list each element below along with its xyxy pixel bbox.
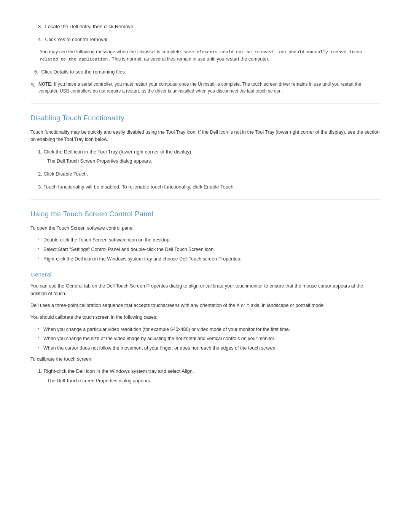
disabling-intro: Touch functionality may be quickly and e… [30, 129, 381, 144]
control-panel-intro: To open the Touch Screen software contro… [30, 225, 381, 232]
step-5: 5. Click Details to see the remaining fi… [30, 68, 381, 76]
calibrate-intro: To calibrate the touch screen: [30, 356, 381, 363]
uninstall-suffix: This is normal, as several files remain … [110, 56, 269, 62]
cal-step-1-sub: The Dell Touch screen Properties dialog … [47, 377, 381, 385]
disabling-step-2: 2. Click Disable Touch. [34, 170, 381, 178]
step-main: Touch functionality will be disabled. To… [43, 184, 235, 190]
step-main: Click the Dell icon in the Tool Tray (lo… [43, 149, 194, 155]
general-para-1: You can use the General tab on the Dell … [30, 283, 381, 297]
note-icon: ✎ [30, 81, 35, 94]
cp-bullet-3: Right-click the Dell icon in the Windows… [38, 256, 381, 263]
divider-2 [30, 200, 381, 200]
step-num: 1. [38, 149, 42, 155]
step-main: Click Disable Touch. [43, 171, 88, 177]
step-3: 3. Locate the Dell entry, then click Rem… [34, 23, 381, 30]
step-4-text: Click Yes to confirm removal. [45, 37, 108, 42]
cp-bullet-1: Double-click the Touch Screen software i… [38, 236, 381, 244]
general-para-2: Dell uses a three-point calibration sequ… [30, 302, 381, 309]
step-num: 3. [38, 184, 42, 190]
control-panel-section: Using the Touch Screen Control Panel To … [30, 209, 381, 263]
cal-bullet-3: When the cursor does not follow the move… [38, 345, 381, 352]
control-panel-title: Using the Touch Screen Control Panel [30, 209, 381, 219]
disabling-title: Disabling Touch Functionality [30, 113, 381, 123]
note-content: NOTE: If you have a serial controller, y… [38, 81, 381, 94]
cal-bullet-2: When you change the size of the video im… [38, 335, 381, 342]
general-para-3: You should calibrate the touch screen in… [30, 314, 381, 321]
step-num: 2. [38, 171, 42, 177]
note-label: NOTE: [38, 81, 53, 87]
cal-step-1: 1. Right-click the Dell icon in the Wind… [34, 367, 381, 384]
cal-step-num: 1. [38, 368, 42, 374]
step-5-num: 5. [34, 69, 38, 75]
disabling-step-1: 1. Click the Dell icon in the Tool Tray … [34, 148, 381, 165]
general-title: General [30, 270, 381, 279]
step-4-num: 4. [38, 37, 42, 42]
cal-bullet-1: When you change a particular video resol… [38, 326, 381, 333]
step-4: 4. Click Yes to confirm removal. [34, 36, 381, 43]
disabling-step-1-sub: The Dell Touch Screen Properties dialog … [47, 158, 381, 165]
disabling-step-3: 3. Touch functionality will be disabled.… [34, 183, 381, 191]
steps-intro-section: 3. Locate the Dell entry, then click Rem… [30, 23, 381, 94]
calibrate-steps-list: 1. Right-click the Dell icon in the Wind… [34, 367, 381, 384]
general-section: General You can use the General tab on t… [30, 270, 381, 385]
uninstall-prefix: You may see the following message when t… [40, 49, 183, 54]
step-3-num: 3. [38, 24, 42, 29]
general-paragraphs: You can use the General tab on the Dell … [30, 283, 381, 321]
intro-steps-list: 3. Locate the Dell entry, then click Rem… [34, 23, 381, 43]
divider-1 [30, 104, 381, 104]
disabling-steps-list: 1. Click the Dell icon in the Tool Tray … [34, 148, 381, 190]
cp-bullet-2: Select Start "Settings" Control Panel an… [38, 246, 381, 253]
step-3-text: Locate the Dell entry, then click Remove… [45, 24, 134, 29]
step-5-text: Click Details to see the remaining files… [41, 69, 126, 75]
note-box: ✎ NOTE: If you have a serial controller,… [30, 81, 381, 94]
calibrate-bullets: When you change a particular video resol… [38, 326, 381, 352]
uninstall-message: You may see the following message when t… [40, 48, 381, 63]
cal-step-main: Right-click the Dell icon in the Windows… [43, 368, 194, 374]
note-text: If you have a serial controller, you mus… [38, 81, 361, 94]
disabling-section: Disabling Touch Functionality Touch func… [30, 113, 381, 190]
control-panel-bullets: Double-click the Touch Screen software i… [38, 236, 381, 262]
